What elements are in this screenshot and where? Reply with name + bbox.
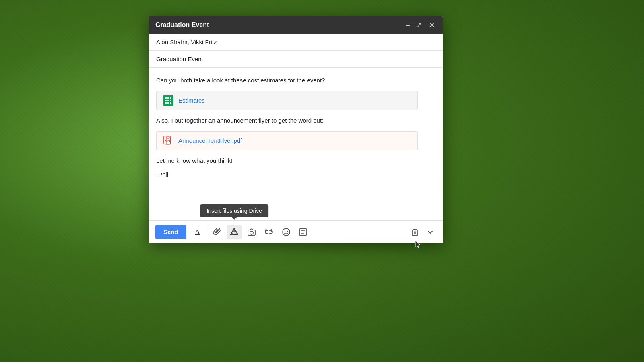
drive-button-container: Insert files using Drive	[227, 225, 242, 239]
window-title: Graduation Event	[155, 21, 209, 29]
to-field-row[interactable]: Alon Shafrir, Vikki Fritz	[149, 34, 443, 51]
insert-icon	[299, 228, 307, 236]
svg-point-12	[287, 230, 288, 231]
insert-drive-button[interactable]	[227, 225, 242, 239]
sheets-cell-2	[167, 97, 169, 99]
minimize-button[interactable]: –	[405, 21, 411, 29]
toolbar-divider-1	[206, 227, 206, 237]
insert-menu-button[interactable]	[296, 226, 310, 238]
spreadsheet-link[interactable]: Estimates	[178, 96, 205, 105]
emoji-button[interactable]	[279, 226, 293, 239]
sheets-cell-9	[170, 102, 171, 104]
expand-button[interactable]: ↗	[415, 21, 423, 29]
sheets-cell-5	[167, 100, 169, 101]
emoji-icon	[282, 228, 290, 236]
to-field-value: Alon Shafrir, Vikki Fritz	[156, 39, 217, 45]
sheets-grid	[165, 97, 171, 104]
drive-icon	[230, 228, 239, 237]
svg-point-11	[285, 230, 285, 231]
subject-field-value: Graduation Event	[156, 56, 203, 62]
format-icon: A	[195, 228, 200, 236]
spreadsheet-attachment[interactable]: Estimates	[156, 91, 418, 110]
title-bar: Graduation Event – ↗ ✕	[149, 16, 443, 34]
delete-button[interactable]	[408, 226, 422, 239]
sheets-cell-7	[165, 102, 167, 104]
more-options-button[interactable]	[424, 227, 436, 237]
subject-field-row[interactable]: Graduation Event	[149, 51, 443, 68]
format-text-button[interactable]: A	[192, 226, 203, 238]
pdf-icon: PDF PDF	[163, 136, 173, 146]
body-line-3: Let me know what you think!	[156, 156, 436, 166]
svg-text:PDF: PDF	[167, 140, 171, 142]
signature: -Phil	[156, 170, 436, 179]
insert-photo-button[interactable]	[244, 226, 259, 238]
sheets-cell-6	[170, 100, 171, 101]
sheets-cell-1	[165, 97, 167, 99]
body-line-2: Also, I put together an announcement fly…	[156, 116, 436, 125]
camera-icon	[248, 228, 256, 236]
email-body: Alon Shafrir, Vikki Fritz Graduation Eve…	[149, 34, 443, 220]
sheets-cell-3	[170, 97, 171, 99]
svg-point-10	[283, 228, 290, 236]
close-button[interactable]: ✕	[428, 20, 436, 30]
body-line-1: Can you both take a look at these cost e…	[156, 76, 436, 85]
pdf-link[interactable]: AnnouncementFlyer.pdf	[178, 136, 242, 146]
pdf-icon-svg: PDF PDF	[163, 136, 173, 146]
insert-link-button[interactable]	[261, 227, 277, 237]
toolbar: Send A	[149, 220, 443, 243]
sheets-cell-8	[167, 102, 169, 104]
message-area[interactable]: Can you both take a look at these cost e…	[149, 68, 443, 220]
chevron-down-icon	[427, 230, 433, 234]
send-button[interactable]: Send	[155, 225, 186, 239]
link-icon	[264, 229, 273, 235]
attach-file-button[interactable]	[210, 225, 224, 239]
sheets-icon	[163, 95, 173, 106]
paperclip-icon	[213, 228, 221, 237]
compose-window: Graduation Event – ↗ ✕ Alon Shafrir, Vik…	[149, 16, 443, 243]
pdf-attachment[interactable]: PDF PDF AnnouncementFlyer.pdf	[156, 131, 418, 150]
title-bar-controls: – ↗ ✕	[405, 20, 436, 30]
svg-point-8	[250, 231, 253, 234]
trash-icon	[411, 228, 419, 236]
sheets-cell-4	[165, 100, 167, 101]
svg-rect-17	[412, 230, 418, 235]
